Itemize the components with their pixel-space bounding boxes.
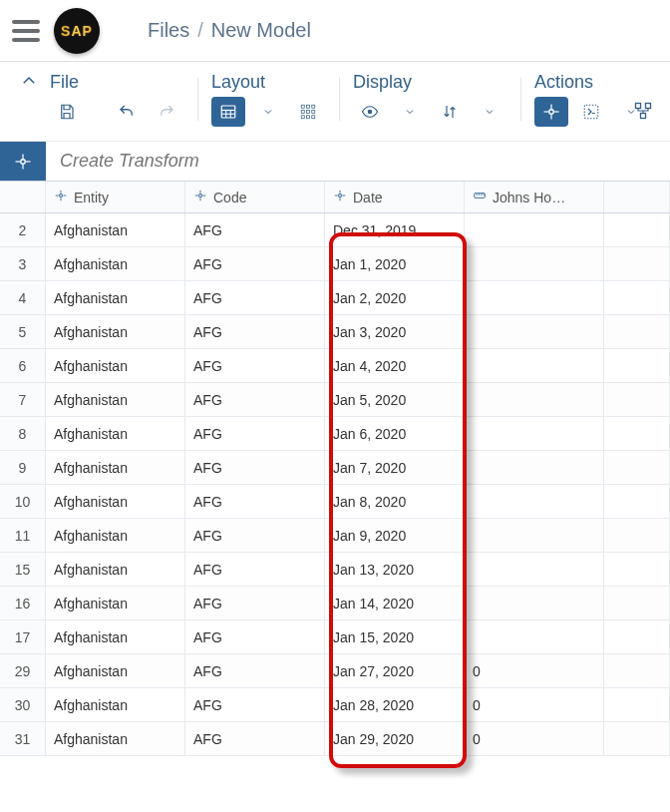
cell-entity[interactable]: Afghanistan [46,349,185,382]
table-row[interactable]: 9AfghanistanAFGJan 7, 2020 [0,451,670,485]
row-number[interactable]: 16 [0,587,46,619]
cell-code[interactable]: AFG [185,383,325,416]
breadcrumb-root[interactable]: Files [148,19,189,42]
cell-date[interactable]: Jan 8, 2020 [325,485,465,518]
cell-entity[interactable]: Afghanistan [46,417,185,450]
sort-icon[interactable] [433,97,467,127]
cell-entity[interactable]: Afghanistan [46,315,185,348]
table-row[interactable]: 11AfghanistanAFGJan 9, 2020 [0,519,670,553]
cell-value[interactable] [465,587,604,619]
row-number[interactable]: 15 [0,553,46,586]
save-icon[interactable] [50,97,84,127]
menu-icon[interactable] [12,20,40,42]
row-number[interactable]: 2 [0,213,46,246]
cell-date[interactable]: Jan 15, 2020 [325,620,465,653]
cell-value[interactable] [465,553,604,586]
chevron-down-icon[interactable] [473,97,506,127]
cell-entity[interactable]: Afghanistan [46,281,185,314]
cell-entity[interactable]: Afghanistan [46,247,185,280]
chevron-down-icon[interactable] [393,97,427,127]
cell-code[interactable]: AFG [185,417,325,450]
cell-value[interactable] [465,349,604,382]
cell-code[interactable]: AFG [185,519,325,552]
cell-code[interactable]: AFG [185,485,325,518]
cell-code[interactable]: AFG [185,213,325,246]
table-row[interactable]: 29AfghanistanAFGJan 27, 20200 [0,654,670,688]
table-row[interactable]: 15AfghanistanAFGJan 13, 2020 [0,553,670,587]
transform-input[interactable] [46,142,670,181]
cell-code[interactable]: AFG [185,315,325,348]
cell-entity[interactable]: Afghanistan [46,383,185,416]
row-number[interactable]: 10 [0,485,46,518]
cell-entity[interactable]: Afghanistan [46,485,185,518]
cell-value[interactable]: 0 [465,688,604,721]
cell-value[interactable] [465,213,604,246]
row-number[interactable]: 6 [0,349,46,382]
cell-date[interactable]: Jan 4, 2020 [325,349,465,382]
cell-value[interactable] [465,383,604,416]
cell-date[interactable]: Jan 14, 2020 [325,587,465,619]
table-row[interactable]: 16AfghanistanAFGJan 14, 2020 [0,587,670,620]
cell-date[interactable]: Jan 6, 2020 [325,417,465,450]
table-row[interactable]: 5AfghanistanAFGJan 3, 2020 [0,315,670,349]
cell-entity[interactable]: Afghanistan [46,654,185,687]
cell-code[interactable]: AFG [185,281,325,314]
collapse-toolbar-icon[interactable] [20,72,40,93]
col-code[interactable]: Code [185,182,325,212]
redo-icon[interactable] [150,97,183,127]
row-number[interactable]: 5 [0,315,46,348]
cell-date[interactable]: Jan 7, 2020 [325,451,465,484]
col-date[interactable]: Date [325,182,465,212]
cell-value[interactable] [465,281,604,314]
table-row[interactable]: 30AfghanistanAFGJan 28, 20200 [0,688,670,722]
cell-code[interactable]: AFG [185,451,325,484]
row-number[interactable]: 31 [0,722,46,755]
cell-entity[interactable]: Afghanistan [46,553,185,586]
cell-value[interactable]: 0 [465,654,604,687]
cell-value[interactable] [465,417,604,450]
row-number[interactable]: 3 [0,247,46,280]
cell-entity[interactable]: Afghanistan [46,587,185,619]
table-row[interactable]: 4AfghanistanAFGJan 2, 2020 [0,281,670,315]
cell-value[interactable] [465,451,604,484]
cell-entity[interactable]: Afghanistan [46,620,185,653]
cell-entity[interactable]: Afghanistan [46,722,185,755]
cell-value[interactable] [465,247,604,280]
cell-entity[interactable]: Afghanistan [46,688,185,721]
row-number[interactable]: 30 [0,688,46,721]
table-row[interactable]: 6AfghanistanAFGJan 4, 2020 [0,349,670,383]
formula-icon[interactable] [574,97,608,127]
cell-code[interactable]: AFG [185,349,325,382]
row-number[interactable]: 7 [0,383,46,416]
table-row[interactable]: 10AfghanistanAFGJan 8, 2020 [0,485,670,519]
cell-code[interactable]: AFG [185,553,325,586]
cell-value[interactable] [465,315,604,348]
cell-value[interactable] [465,485,604,518]
layout-table-icon[interactable] [211,97,245,127]
table-row[interactable]: 8AfghanistanAFGJan 6, 2020 [0,417,670,451]
cell-entity[interactable]: Afghanistan [46,451,185,484]
cell-date[interactable]: Jan 3, 2020 [325,315,465,348]
col-rownum[interactable] [0,182,46,212]
table-row[interactable]: 2AfghanistanAFGDec 31, 2019 [0,213,670,247]
cell-code[interactable]: AFG [185,587,325,619]
cell-date[interactable]: Jan 9, 2020 [325,519,465,552]
cell-code[interactable]: AFG [185,247,325,280]
col-entity[interactable]: Entity [46,182,185,212]
cell-value[interactable] [465,519,604,552]
cell-entity[interactable]: Afghanistan [46,519,185,552]
undo-icon[interactable] [110,97,144,127]
row-number[interactable]: 9 [0,451,46,484]
cell-code[interactable]: AFG [185,688,325,721]
cell-value[interactable]: 0 [465,722,604,755]
cell-code[interactable]: AFG [185,620,325,653]
table-row[interactable]: 3AfghanistanAFGJan 1, 2020 [0,247,670,281]
cell-date[interactable]: Jan 13, 2020 [325,553,465,586]
cell-date[interactable]: Dec 31, 2019 [325,213,465,246]
row-number[interactable]: 8 [0,417,46,450]
cell-date[interactable]: Jan 5, 2020 [325,383,465,416]
row-number[interactable]: 4 [0,281,46,314]
table-row[interactable]: 31AfghanistanAFGJan 29, 20200 [0,722,670,756]
row-number[interactable]: 11 [0,519,46,552]
cell-date[interactable]: Jan 28, 2020 [325,688,465,721]
